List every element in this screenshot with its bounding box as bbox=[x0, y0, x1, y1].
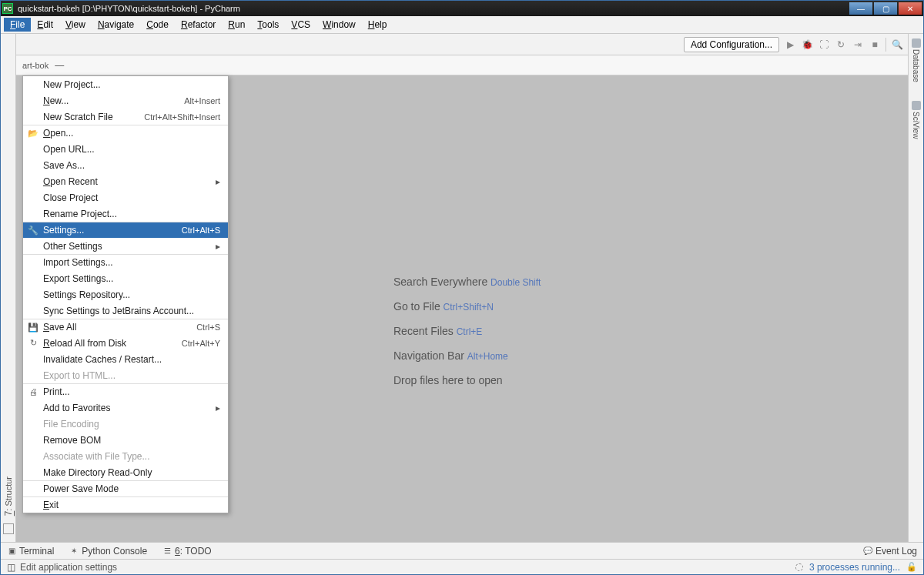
menu-item-label: Sync Settings to JetBrains Account... bbox=[43, 306, 194, 316]
menu-item-label: Import Settings... bbox=[43, 257, 113, 268]
menu-code[interactable]: Code bbox=[140, 18, 175, 32]
menu-refactor[interactable]: Refactor bbox=[175, 18, 222, 32]
terminal-tool-button[interactable]: ▣ Terminal bbox=[7, 546, 54, 557]
processes-running-link[interactable]: 3 processes running... bbox=[809, 562, 900, 573]
close-button[interactable]: ✕ bbox=[899, 2, 922, 15]
sciview-label: SciView bbox=[912, 112, 920, 139]
event-log-button[interactable]: 💬 Event Log bbox=[863, 546, 917, 557]
file-menu-item[interactable]: ↻Reload All from DiskCtrl+Alt+Y bbox=[23, 335, 228, 351]
menu-tools[interactable]: Tools bbox=[251, 18, 285, 32]
menu-item-icon: 📂 bbox=[28, 129, 38, 139]
file-menu-item[interactable]: Sync Settings to JetBrains Account... bbox=[23, 303, 228, 319]
file-menu-item[interactable]: Power Save Mode bbox=[23, 480, 228, 496]
status-hide-icon[interactable]: ◫ bbox=[7, 562, 15, 573]
menu-item-label: New... bbox=[43, 95, 69, 106]
file-menu-item[interactable]: Other Settings▸ bbox=[23, 238, 228, 254]
menu-item-shortcut: Alt+Insert bbox=[184, 96, 220, 105]
menu-item-label: Remove BOM bbox=[43, 435, 101, 446]
run-toolbar: Add Configuration... ▶ 🐞 ⛶ ↻ ⇥ ■ 🔍 bbox=[16, 34, 908, 55]
right-tool-sciview[interactable]: SciView bbox=[912, 101, 921, 139]
menu-item-label: Export to HTML... bbox=[43, 370, 116, 381]
file-menu-item[interactable]: Invalidate Caches / Restart... bbox=[23, 351, 228, 367]
terminal-label: Terminal bbox=[19, 546, 54, 557]
file-menu-item[interactable]: New Project... bbox=[23, 76, 228, 92]
file-menu-item[interactable]: Rename Project... bbox=[23, 206, 228, 222]
file-menu-item[interactable]: Close Project bbox=[23, 189, 228, 206]
menu-item-label: New Scratch File bbox=[43, 112, 113, 122]
menu-item-label: Export Settings... bbox=[43, 273, 113, 284]
file-menu-item[interactable]: Exit bbox=[23, 496, 228, 513]
database-icon bbox=[912, 38, 921, 48]
menu-help[interactable]: Help bbox=[362, 18, 393, 32]
file-menu-dropdown: New Project...New...Alt+InsertNew Scratc… bbox=[22, 75, 229, 513]
menu-item-label: Settings Repository... bbox=[43, 289, 130, 300]
file-menu-item[interactable]: New Scratch FileCtrl+Alt+Shift+Insert bbox=[23, 109, 228, 125]
menu-item-label: Open... bbox=[43, 128, 73, 139]
python-icon: ✶ bbox=[69, 547, 79, 556]
file-menu-item[interactable]: 🖨Print... bbox=[23, 383, 228, 399]
menu-file[interactable]: File bbox=[4, 18, 31, 32]
file-menu-item[interactable]: Settings Repository... bbox=[23, 286, 228, 303]
left-tool-toggle-icon[interactable] bbox=[3, 523, 14, 534]
terminal-icon: ▣ bbox=[7, 547, 16, 556]
bottom-tool-bar: ▣ Terminal ✶ Python Console ☰ 6: TODO 💬 … bbox=[1, 542, 923, 559]
coverage-icon[interactable]: ⛶ bbox=[818, 38, 830, 51]
menu-item-label: Add to Favorites bbox=[43, 403, 110, 413]
python-console-tool-button[interactable]: ✶ Python Console bbox=[69, 546, 147, 557]
menu-vcs[interactable]: VCS bbox=[285, 18, 316, 32]
lock-icon[interactable]: 🔓 bbox=[906, 562, 917, 572]
stop-icon[interactable]: ■ bbox=[869, 38, 881, 51]
run-icon[interactable]: ▶ bbox=[784, 38, 796, 51]
menu-edit[interactable]: Edit bbox=[31, 18, 59, 32]
submenu-arrow-icon: ▸ bbox=[216, 176, 220, 187]
minimize-button[interactable]: — bbox=[849, 2, 872, 15]
file-menu-item[interactable]: 💾Save AllCtrl+S bbox=[23, 319, 228, 335]
menu-item-label: Settings... bbox=[43, 225, 84, 236]
titlebar: PC quickstart-bokeh [D:\PHYTON\quickstar… bbox=[1, 1, 923, 16]
right-tool-database[interactable]: Database bbox=[912, 38, 921, 82]
search-icon[interactable]: 🔍 bbox=[891, 38, 903, 51]
file-menu-item[interactable]: 📂Open... bbox=[23, 125, 228, 141]
file-menu-item[interactable]: Save As... bbox=[23, 157, 228, 173]
menu-run[interactable]: Run bbox=[222, 18, 251, 32]
python-console-label: Python Console bbox=[82, 546, 147, 557]
status-hint: Edit application settings bbox=[20, 562, 117, 573]
file-menu-item: File Encoding bbox=[23, 416, 228, 432]
breadcrumb-collapse[interactable]: — bbox=[55, 60, 64, 71]
menu-item-label: Save All bbox=[43, 322, 76, 333]
file-menu-item[interactable]: Import Settings... bbox=[23, 254, 228, 270]
database-label: Database bbox=[912, 49, 920, 82]
maximize-button[interactable]: ▢ bbox=[874, 2, 897, 15]
file-menu-item[interactable]: Make Directory Read-Only bbox=[23, 464, 228, 480]
file-menu-item[interactable]: New...Alt+Insert bbox=[23, 92, 228, 109]
menu-item-label: Close Project bbox=[43, 192, 98, 203]
left-tool-structure[interactable]: 7: Structur bbox=[3, 476, 14, 516]
debug-icon[interactable]: 🐞 bbox=[801, 38, 813, 51]
file-menu-item[interactable]: Add to Favorites▸ bbox=[23, 399, 228, 416]
menu-navigate[interactable]: Navigate bbox=[92, 18, 140, 32]
todo-tool-button[interactable]: ☰ 6: TODO bbox=[162, 546, 212, 557]
menu-window[interactable]: Window bbox=[316, 18, 362, 32]
file-menu-item[interactable]: Open Recent▸ bbox=[23, 173, 228, 189]
menu-item-label: Open URL... bbox=[43, 144, 95, 155]
add-configuration-button[interactable]: Add Configuration... bbox=[684, 37, 779, 52]
menu-item-shortcut: Ctrl+Alt+S bbox=[182, 226, 220, 235]
welcome-hint: Search Everywhere Double Shift bbox=[393, 276, 541, 288]
toolbar-separator bbox=[886, 38, 886, 52]
submenu-arrow-icon: ▸ bbox=[216, 403, 220, 413]
attach-icon[interactable]: ⇥ bbox=[852, 38, 864, 51]
menu-item-label: Power Save Mode bbox=[43, 483, 119, 494]
file-menu-item[interactable]: 🔧Settings...Ctrl+Alt+S bbox=[23, 222, 228, 238]
menu-view[interactable]: View bbox=[59, 18, 92, 32]
menu-item-shortcut: Ctrl+Alt+Shift+Insert bbox=[144, 112, 220, 122]
file-menu-item[interactable]: Open URL... bbox=[23, 141, 228, 157]
menu-item-icon: 🖨 bbox=[28, 387, 38, 396]
right-tool-gutter: Database SciView bbox=[908, 34, 923, 542]
file-menu-item[interactable]: Export Settings... bbox=[23, 270, 228, 286]
left-tool-gutter: 7: Structur bbox=[1, 34, 16, 542]
menu-item-label: Associate with File Type... bbox=[43, 451, 150, 462]
file-menu-item[interactable]: Remove BOM bbox=[23, 432, 228, 448]
todo-label: 6: TODO bbox=[175, 546, 212, 557]
keyboard-shortcut: Ctrl+Shift+N bbox=[444, 302, 494, 313]
profile-icon[interactable]: ↻ bbox=[835, 38, 847, 51]
